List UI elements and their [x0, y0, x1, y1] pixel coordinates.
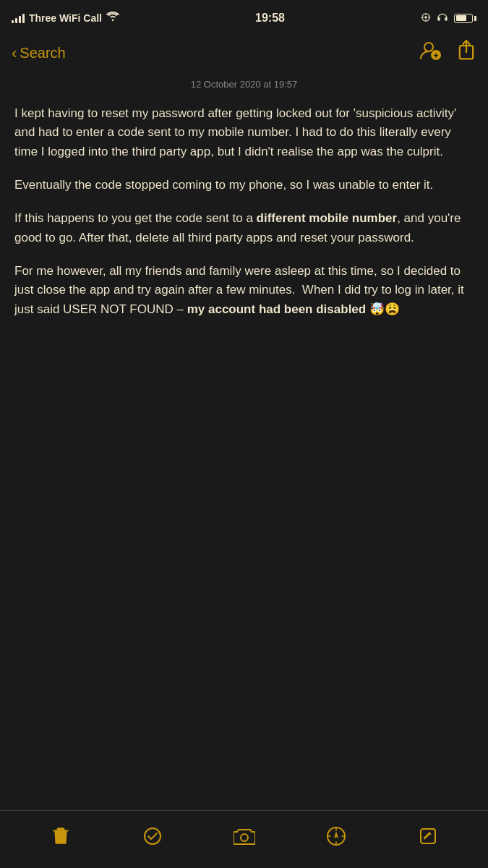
checkmark-button[interactable]	[134, 818, 171, 854]
back-label: Search	[20, 45, 65, 61]
paragraph-3: If this happens to you get the code sent…	[14, 209, 474, 247]
message-timestamp: 12 October 2020 at 19:57	[14, 76, 474, 93]
status-left: Three WiFi Call	[12, 12, 119, 25]
headphones-icon	[437, 12, 448, 25]
message-content: 12 October 2020 at 19:57 I kept having t…	[0, 76, 488, 802]
status-time: 19:58	[255, 12, 285, 25]
paragraph-1: I kept having to reset my password after…	[14, 104, 474, 161]
edit-button[interactable]	[410, 818, 446, 854]
svg-marker-13	[334, 831, 338, 838]
compass-button[interactable]	[318, 818, 354, 854]
bottom-toolbar	[0, 810, 488, 868]
svg-point-11	[241, 834, 248, 841]
svg-point-6	[424, 43, 433, 51]
battery-indicator	[454, 14, 476, 23]
navigation-bar: ‹ Search +	[0, 33, 488, 76]
camera-button[interactable]	[226, 818, 262, 854]
bold-text-1: different mobile number	[257, 211, 398, 225]
nav-actions: +	[419, 39, 476, 67]
trash-button[interactable]	[43, 818, 79, 854]
back-button[interactable]: ‹ Search	[12, 44, 66, 63]
location-icon	[421, 12, 431, 25]
svg-point-1	[424, 16, 427, 19]
bold-text-2: my account had been disabled	[187, 302, 367, 316]
svg-point-10	[145, 828, 160, 844]
paragraph-2: Eventually the code stopped coming to my…	[14, 176, 474, 195]
carrier-label: Three WiFi Call	[29, 12, 102, 24]
chevron-left-icon: ‹	[12, 44, 17, 63]
add-person-button[interactable]: +	[419, 39, 442, 67]
svg-text:+: +	[433, 51, 438, 61]
status-bar: Three WiFi Call 19:58	[0, 0, 488, 33]
message-body: I kept having to reset my password after…	[14, 104, 474, 319]
signal-bars-icon	[12, 13, 25, 23]
wifi-icon	[106, 12, 119, 25]
status-right	[421, 12, 476, 25]
paragraph-4: For me however, all my friends and famil…	[14, 262, 474, 319]
share-button[interactable]	[456, 39, 476, 67]
